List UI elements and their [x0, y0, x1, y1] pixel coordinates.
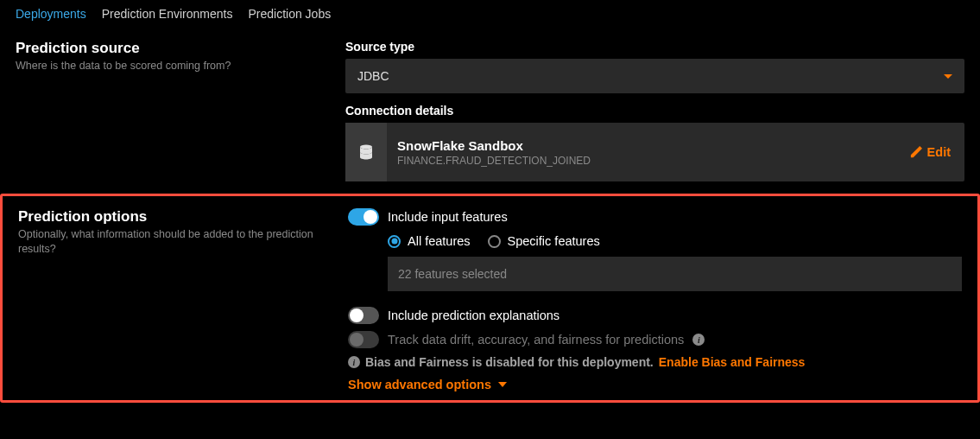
edit-icon — [909, 146, 922, 159]
show-advanced-label: Show advanced options — [348, 378, 491, 391]
show-advanced-options-button[interactable]: Show advanced options — [348, 378, 962, 391]
radio-circle-selected-icon — [388, 235, 401, 248]
tab-prediction-environments[interactable]: Prediction Environments — [102, 7, 233, 21]
connection-icon-area — [345, 123, 387, 181]
radio-all-features-label: All features — [408, 234, 471, 248]
connection-card: SnowFlake Sandbox FINANCE.FRAUD_DETECTIO… — [345, 123, 964, 181]
features-selected-text: 22 features selected — [398, 267, 507, 281]
bias-disabled-text: Bias and Fairness is disabled for this d… — [365, 355, 654, 369]
prediction-options-title: Prediction options — [18, 208, 331, 226]
connection-details-label: Connection details — [345, 104, 964, 118]
svg-point-0 — [360, 145, 372, 150]
prediction-options-description: Optionally, what information should be a… — [18, 227, 331, 257]
connection-path: FINANCE.FRAUD_DETECTION_JOINED — [397, 155, 899, 167]
info-icon: i — [348, 356, 360, 368]
chevron-down-icon — [944, 74, 952, 79]
tab-prediction-jobs[interactable]: Prediction Jobs — [248, 7, 331, 21]
tab-deployments[interactable]: Deployments — [16, 7, 86, 21]
prediction-source-title: Prediction source — [16, 40, 328, 57]
source-type-select[interactable]: JDBC — [345, 59, 964, 93]
prediction-source-description: Where is the data to be scored coming fr… — [16, 59, 328, 73]
radio-specific-features[interactable]: Specific features — [488, 234, 600, 248]
connection-name: SnowFlake Sandbox — [397, 138, 899, 153]
enable-bias-fairness-link[interactable]: Enable Bias and Fairness — [659, 355, 806, 369]
track-drift-toggle — [348, 331, 379, 348]
include-explanations-toggle[interactable] — [348, 307, 379, 324]
edit-connection-button[interactable]: Edit — [909, 123, 964, 181]
include-features-toggle[interactable] — [348, 208, 379, 226]
edit-label: Edit — [927, 145, 951, 159]
radio-all-features[interactable]: All features — [388, 234, 471, 248]
radio-circle-icon — [488, 235, 501, 248]
source-type-value: JDBC — [357, 69, 389, 83]
include-explanations-label: Include prediction explanations — [388, 309, 560, 322]
source-type-label: Source type — [345, 40, 964, 54]
features-selected-display[interactable]: 22 features selected — [388, 257, 962, 291]
include-features-label: Include input features — [388, 210, 508, 224]
chevron-down-icon — [498, 382, 507, 387]
radio-specific-features-label: Specific features — [508, 234, 600, 248]
info-icon[interactable]: i — [692, 334, 705, 346]
track-drift-label: Track data drift, accuracy, and fairness… — [388, 333, 684, 347]
database-icon — [359, 144, 373, 160]
